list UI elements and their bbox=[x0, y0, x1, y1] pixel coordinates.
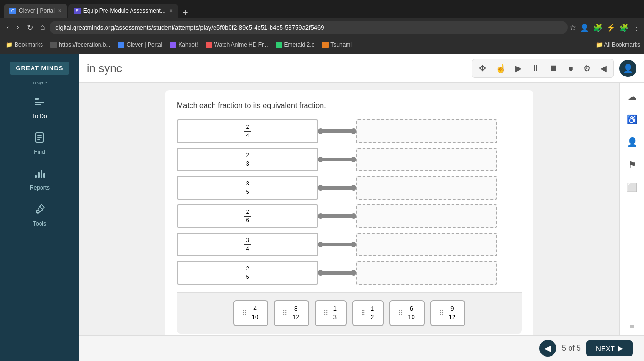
bookmark-federation[interactable]: https://federation.b... bbox=[49, 41, 112, 49]
toolbar-pause-btn[interactable]: ⏸ bbox=[528, 61, 543, 75]
toolbar-play-btn[interactable]: ▶ bbox=[512, 61, 525, 76]
fraction-display-6: 2 5 bbox=[244, 265, 250, 281]
fraction-den-1: 4 bbox=[244, 132, 250, 140]
fraction-num-3: 3 bbox=[244, 180, 250, 188]
answer-chip-6[interactable]: ⠿ 9 12 bbox=[430, 300, 465, 326]
toolbar-move-btn[interactable]: ✥ bbox=[476, 61, 489, 76]
bookmark-anime[interactable]: Watch Anime HD Fr... bbox=[204, 41, 270, 49]
extension-icon-1[interactable]: 🧩 bbox=[593, 23, 603, 32]
app-container: GREAT MINDS in sync To Do bbox=[0, 54, 644, 361]
tab-clever[interactable]: C Clever | Portal × bbox=[4, 4, 67, 18]
answer-chip-3[interactable]: ⠿ 1 3 bbox=[315, 300, 347, 326]
bookmark-folder[interactable]: 📁 Bookmarks bbox=[4, 41, 45, 49]
toolbar-pointer-btn[interactable]: ☝ bbox=[493, 61, 509, 76]
fraction-num-2: 2 bbox=[244, 151, 250, 160]
main-area: in sync ✥ ☝ ▶ ⏸ ⏹ ⏺ ⚙ ◀ 👤 Match each fra… bbox=[79, 54, 644, 361]
tab-favicon-equip: E bbox=[74, 8, 81, 14]
sidebar-item-tools[interactable]: Tools bbox=[0, 197, 79, 233]
answer-box-2[interactable] bbox=[356, 148, 497, 171]
reload-button[interactable]: ↻ bbox=[24, 21, 36, 34]
next-arrow-icon: ▶ bbox=[618, 344, 623, 353]
choice-frac-6: 9 12 bbox=[447, 305, 457, 321]
prev-button[interactable]: ◀ bbox=[539, 340, 556, 357]
find-icon bbox=[33, 131, 46, 147]
bookmark-emerald[interactable]: Emerald 2.o bbox=[274, 41, 317, 49]
drag-icon-3: ⠿ bbox=[323, 309, 328, 317]
answer-chip-2[interactable]: ⠿ 8 12 bbox=[274, 300, 309, 326]
sidebar-item-reports[interactable]: Reports bbox=[0, 161, 79, 197]
star-icon[interactable]: ☆ bbox=[570, 23, 576, 32]
svg-rect-2 bbox=[35, 102, 44, 103]
flag-btn[interactable]: ⚑ bbox=[624, 156, 641, 173]
connector-3 bbox=[318, 186, 356, 190]
bookmark-tsunami[interactable]: Tsunami bbox=[320, 41, 354, 49]
extension-icon-3[interactable]: 🧩 bbox=[619, 23, 629, 32]
svg-rect-11 bbox=[43, 173, 45, 178]
answer-chip-5[interactable]: ⠿ 6 10 bbox=[389, 300, 424, 326]
add-tab-button[interactable]: + bbox=[179, 8, 192, 18]
forward-button[interactable]: › bbox=[14, 21, 22, 34]
answer-box-5[interactable] bbox=[356, 233, 497, 256]
sidebar: GREAT MINDS in sync To Do bbox=[0, 54, 79, 361]
tab-close-equip[interactable]: × bbox=[169, 8, 173, 14]
logo-box: GREAT MINDS bbox=[10, 62, 69, 75]
user-profile-btn[interactable]: 👤 bbox=[624, 134, 641, 151]
connector-1 bbox=[318, 129, 356, 133]
answer-chip-1[interactable]: ⠿ 4 10 bbox=[233, 300, 268, 326]
main-content: Match each fraction to its equivalent fr… bbox=[79, 83, 619, 335]
next-button[interactable]: NEXT ▶ bbox=[586, 340, 633, 356]
toolbar-back-btn[interactable]: ◀ bbox=[597, 61, 610, 76]
svg-rect-6 bbox=[37, 137, 42, 138]
all-bookmarks[interactable]: 📁 All Bookmarks bbox=[596, 42, 640, 48]
svg-rect-3 bbox=[35, 104, 41, 105]
fraction-box-1: 2 4 bbox=[177, 119, 318, 143]
choice-frac-1: 4 10 bbox=[250, 305, 260, 321]
connector-4 bbox=[318, 214, 356, 218]
top-toolbar: in sync ✥ ☝ ▶ ⏸ ⏹ ⏺ ⚙ ◀ 👤 bbox=[79, 54, 644, 83]
back-button[interactable]: ‹ bbox=[4, 21, 12, 34]
choice-frac-4: 1 2 bbox=[369, 305, 375, 321]
match-row-3: 3 5 bbox=[177, 176, 522, 200]
profile-icon[interactable]: 👤 bbox=[580, 23, 589, 32]
tab-label-clever: Clever | Portal bbox=[19, 8, 55, 14]
answer-box-6[interactable] bbox=[356, 261, 497, 285]
tools-icon bbox=[33, 202, 46, 218]
sidebar-item-find[interactable]: Find bbox=[0, 125, 79, 161]
drag-icon-1: ⠿ bbox=[242, 309, 247, 317]
browser-controls: ‹ › ↻ ⌂ ☆ 👤 🧩 ⚡ 🧩 ⋮ bbox=[0, 18, 644, 37]
toolbar-record-btn[interactable]: ⏺ bbox=[564, 63, 577, 74]
select-btn[interactable]: ⬜ bbox=[624, 179, 641, 196]
right-menu-btn[interactable]: ≡ bbox=[624, 318, 641, 335]
tab-close-clever[interactable]: × bbox=[58, 8, 62, 14]
address-bar[interactable] bbox=[50, 21, 568, 34]
matching-container: 2 4 2 3 bbox=[177, 119, 522, 285]
answer-chip-4[interactable]: ⠿ 1 2 bbox=[352, 300, 384, 326]
bookmark-kahoot[interactable]: Kahoot! bbox=[168, 41, 199, 49]
logo-subtitle: in sync bbox=[32, 80, 47, 85]
tab-label-equip: Equip Pre-Module Assessment... bbox=[83, 8, 165, 14]
tab-equip[interactable]: E Equip Pre-Module Assessment... × bbox=[68, 4, 178, 18]
extension-icon-2[interactable]: ⚡ bbox=[606, 23, 616, 32]
logo-text: GREAT MINDS bbox=[16, 65, 63, 72]
fraction-num-1: 2 bbox=[244, 123, 250, 132]
match-row-2: 2 3 bbox=[177, 148, 522, 171]
sidebar-logo: GREAT MINDS bbox=[0, 58, 79, 78]
toolbar-settings-btn[interactable]: ⚙ bbox=[580, 61, 594, 76]
fraction-den-3: 5 bbox=[244, 188, 250, 196]
upload-btn[interactable]: ☁ bbox=[624, 88, 641, 105]
bookmark-clever[interactable]: Clever | Portal bbox=[116, 41, 164, 49]
answer-box-1[interactable] bbox=[356, 119, 497, 143]
sidebar-item-todo[interactable]: To Do bbox=[0, 89, 79, 125]
user-avatar[interactable]: 👤 bbox=[619, 60, 636, 77]
home-button[interactable]: ⌂ bbox=[38, 21, 48, 34]
browser-chrome: C Clever | Portal × E Equip Pre-Module A… bbox=[0, 0, 644, 54]
answer-box-4[interactable] bbox=[356, 204, 497, 228]
toolbar-stop-btn[interactable]: ⏹ bbox=[546, 61, 561, 75]
menu-dots[interactable]: ⋮ bbox=[633, 23, 640, 32]
match-row-6: 2 5 bbox=[177, 261, 522, 285]
accessibility-btn[interactable]: ♿ bbox=[624, 111, 641, 128]
svg-rect-8 bbox=[35, 175, 37, 178]
match-row-4: 2 6 bbox=[177, 204, 522, 228]
answer-box-3[interactable] bbox=[356, 176, 497, 200]
svg-rect-9 bbox=[38, 172, 40, 178]
